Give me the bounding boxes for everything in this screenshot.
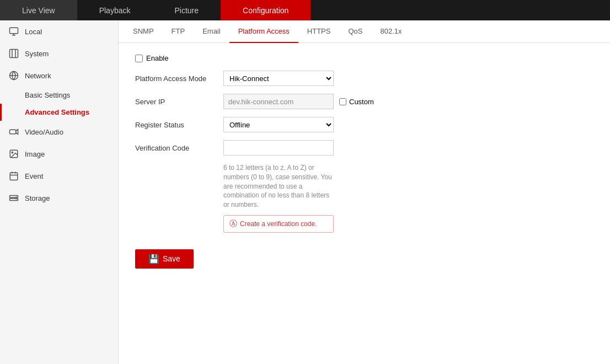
register-status-label: Register Status xyxy=(135,121,223,129)
sidebar-item-event[interactable]: Event xyxy=(0,165,118,187)
verification-code-row: Verification Code xyxy=(135,140,593,156)
svg-rect-8 xyxy=(10,130,16,134)
main-content: SNMP FTP Email Platform Access HTTPS QoS… xyxy=(119,20,610,364)
tab-snmp[interactable]: SNMP xyxy=(124,20,163,43)
monitor-icon xyxy=(8,26,19,37)
sidebar-item-storage[interactable]: Storage xyxy=(0,187,118,209)
svg-marker-9 xyxy=(16,130,18,135)
server-ip-input[interactable] xyxy=(223,94,334,109)
sidebar-label-system: System xyxy=(25,50,49,58)
tab-bar: SNMP FTP Email Platform Access HTTPS QoS… xyxy=(119,20,610,43)
sidebar-label-local: Local xyxy=(25,28,42,36)
custom-checkbox-row: Custom xyxy=(339,98,374,106)
event-icon xyxy=(8,170,19,181)
server-ip-label: Server IP xyxy=(135,98,223,106)
nav-configuration[interactable]: Configuration xyxy=(221,0,311,20)
nav-live-view[interactable]: Live View xyxy=(0,0,77,20)
server-ip-row: Server IP Custom xyxy=(135,94,593,109)
sidebar-item-video-audio[interactable]: Video/Audio xyxy=(0,121,118,143)
sidebar-item-image[interactable]: Image xyxy=(0,143,118,165)
tab-email[interactable]: Email xyxy=(194,20,229,43)
svg-rect-12 xyxy=(10,173,18,180)
svg-point-11 xyxy=(12,152,13,153)
sidebar: Local System Network Basic Settings Adva… xyxy=(0,20,119,364)
platform-access-mode-row: Platform Access Mode Hik-Connect xyxy=(135,71,593,86)
sidebar-item-system[interactable]: System xyxy=(0,42,118,65)
save-button-label: Save xyxy=(163,254,180,263)
tab-platform-access[interactable]: Platform Access xyxy=(229,20,298,43)
verification-code-label: Verification Code xyxy=(135,144,223,152)
verification-warning: Ⓐ Create a verification code. xyxy=(223,215,334,233)
sidebar-item-local[interactable]: Local xyxy=(0,20,118,42)
sidebar-item-advanced-settings[interactable]: Advanced Settings xyxy=(0,104,118,121)
video-icon xyxy=(8,126,19,137)
sidebar-label-video-audio: Video/Audio xyxy=(25,128,63,136)
verification-hint: 6 to 12 letters (a to z, A to Z) or numb… xyxy=(223,163,334,210)
storage-icon xyxy=(8,192,19,204)
tab-qos[interactable]: QoS xyxy=(339,20,371,43)
nav-playback[interactable]: Playback xyxy=(77,0,153,20)
sidebar-item-network[interactable]: Network xyxy=(0,65,118,87)
custom-label[interactable]: Custom xyxy=(349,98,374,106)
enable-checkbox[interactable] xyxy=(135,55,143,62)
save-button[interactable]: 💾 Save xyxy=(135,249,194,269)
warning-text: Create a verification code. xyxy=(240,220,317,228)
register-status-row: Register Status Offline Online xyxy=(135,117,593,132)
sidebar-label-image: Image xyxy=(25,150,45,158)
svg-point-18 xyxy=(16,196,17,197)
platform-access-mode-select[interactable]: Hik-Connect xyxy=(223,71,334,86)
svg-rect-3 xyxy=(10,50,18,58)
tab-ftp[interactable]: FTP xyxy=(163,20,194,43)
globe-icon xyxy=(8,70,19,81)
sidebar-label-event: Event xyxy=(25,172,43,180)
platform-access-mode-label: Platform Access Mode xyxy=(135,74,223,83)
sidebar-label-storage: Storage xyxy=(25,194,50,202)
image-icon xyxy=(8,148,19,159)
custom-checkbox[interactable] xyxy=(339,98,346,105)
save-icon: 💾 xyxy=(148,254,159,264)
system-icon xyxy=(8,48,19,59)
info-icon: Ⓐ xyxy=(229,219,237,229)
tab-https[interactable]: HTTPS xyxy=(298,20,340,43)
platform-access-form: Enable Platform Access Mode Hik-Connect … xyxy=(119,43,610,280)
nav-picture[interactable]: Picture xyxy=(152,0,221,20)
main-layout: Local System Network Basic Settings Adva… xyxy=(0,20,610,364)
enable-label[interactable]: Enable xyxy=(146,54,168,62)
enable-row: Enable xyxy=(135,54,593,62)
register-status-select[interactable]: Offline Online xyxy=(223,117,334,132)
svg-rect-0 xyxy=(10,28,18,34)
tab-802-1x[interactable]: 802.1x xyxy=(371,20,410,43)
verification-code-input[interactable] xyxy=(223,140,334,156)
sidebar-item-basic-settings[interactable]: Basic Settings xyxy=(0,87,118,104)
sidebar-label-network: Network xyxy=(25,72,51,80)
svg-point-19 xyxy=(16,199,17,200)
top-navigation: Live View Playback Picture Configuration xyxy=(0,0,610,20)
